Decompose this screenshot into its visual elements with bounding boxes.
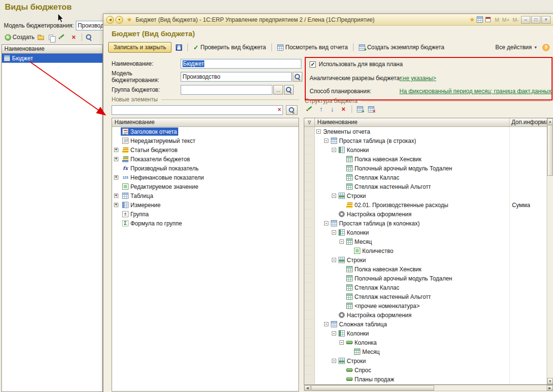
structure-row[interactable]: -Сложная таблица	[304, 320, 553, 329]
structure-row[interactable]: -Элементы отчета	[304, 127, 553, 136]
expand-icon[interactable]: +	[114, 148, 118, 152]
collapse-icon[interactable]: -	[332, 230, 336, 235]
row-selector-cell[interactable]	[304, 292, 315, 301]
collapse-icon[interactable]: -	[332, 148, 336, 152]
row-selector-cell[interactable]	[304, 356, 315, 365]
scroll-up-button[interactable]: ▲	[547, 118, 553, 125]
structure-row[interactable]: -Колонки	[304, 145, 553, 154]
structure-row[interactable]: Месяц	[304, 347, 553, 356]
memory-m-button[interactable]: M	[495, 17, 499, 23]
move-up-button[interactable]: ↑	[316, 104, 326, 114]
save-and-close-button[interactable]: Записать и закрыть	[108, 42, 171, 53]
new-element-row[interactable]: +Нефинансовые показатели	[112, 173, 298, 182]
row-selector-cell[interactable]	[304, 338, 315, 347]
row-selector-cell[interactable]	[304, 283, 315, 292]
row-selector-cell[interactable]	[304, 365, 315, 375]
add-to-structure-button[interactable]	[354, 104, 365, 114]
forward-menu-button[interactable]: ▼	[115, 16, 123, 24]
structure-delete-button[interactable]: ×	[338, 104, 349, 114]
structure-row[interactable]: -Простая таблица (в колонках)	[304, 219, 553, 228]
planning-link[interactable]: На фиксированный период месяц; граница ф…	[399, 88, 553, 95]
group-lookup-button[interactable]	[284, 85, 294, 95]
use-plan-checkbox[interactable]: ✓	[310, 61, 316, 68]
row-selector-cell[interactable]	[304, 310, 315, 320]
filter-icon[interactable]: ∇	[304, 118, 315, 126]
structure-edit-button[interactable]	[305, 104, 315, 114]
row-selector-cell[interactable]	[304, 191, 315, 200]
create-instance-button[interactable]: Создать экземпляр бюджета	[359, 44, 444, 51]
row-selector-cell[interactable]	[304, 301, 315, 310]
group-ellipsis-button[interactable]: ...	[273, 85, 283, 95]
favorite-star-icon[interactable]: ★	[127, 16, 132, 23]
structure-row[interactable]: Стеллаж Каллас	[304, 173, 553, 182]
bg-copy-button[interactable]	[47, 32, 58, 42]
new-element-row[interactable]: Нередактируемый текст	[112, 136, 298, 145]
collapse-icon[interactable]: -	[332, 359, 336, 363]
new-element-row[interactable]: Производный показатель	[112, 164, 298, 173]
titlebar[interactable]: ◀ ▼ ★ Бюджет (Вид бюджета) - 1С:ERP Упра…	[103, 14, 553, 26]
vertical-scroll-thumb[interactable]	[547, 125, 553, 176]
structure-row[interactable]: Настройка оформления	[304, 310, 553, 320]
row-selector-cell[interactable]	[304, 136, 315, 145]
collapse-icon[interactable]: -	[324, 322, 328, 326]
new-element-row[interactable]: Заголовок отчета	[112, 127, 298, 136]
minimize-button[interactable]: –	[521, 16, 530, 24]
bg-search-button[interactable]	[85, 32, 95, 42]
collapse-icon[interactable]: -	[340, 239, 344, 244]
collapse-icon[interactable]: -	[316, 129, 321, 134]
bg-list-item[interactable]: Бюджет	[2, 54, 102, 63]
clear-search-icon[interactable]: ×	[278, 106, 281, 113]
structure-row[interactable]: -Колонки	[304, 228, 553, 237]
row-selector-cell[interactable]	[304, 228, 315, 237]
row-selector-cell[interactable]	[304, 255, 315, 265]
reports-icon[interactable]	[477, 16, 483, 23]
row-selector-cell[interactable]	[304, 173, 315, 182]
structure-row[interactable]: <прочие номенклатура>	[304, 301, 553, 310]
model-lookup-button[interactable]	[293, 72, 302, 82]
name-input[interactable]: Бюджет	[181, 59, 301, 69]
row-selector-cell[interactable]	[304, 274, 315, 283]
row-selector-cell[interactable]	[304, 219, 315, 228]
structure-row[interactable]: -Строки	[304, 255, 553, 265]
add-favorite-icon[interactable]: ★	[469, 16, 475, 23]
scroll-right-button[interactable]: ▶	[547, 385, 553, 391]
all-actions-button[interactable]: Все действия ▼	[496, 44, 538, 51]
row-selector-cell[interactable]	[304, 164, 315, 173]
new-element-row[interactable]: Группа	[112, 210, 298, 219]
back-button[interactable]: ◀	[106, 16, 114, 24]
save-button[interactable]	[174, 42, 185, 52]
structure-row[interactable]: -Колонки	[304, 329, 553, 338]
bg-add-folder-button[interactable]	[37, 32, 47, 42]
collapse-icon[interactable]: -	[340, 340, 344, 345]
collapse-icon[interactable]: -	[324, 221, 328, 225]
horizontal-scrollbar[interactable]: ◀ ▶	[304, 385, 553, 391]
new-element-row[interactable]: +Показатели бюджетов	[112, 154, 298, 164]
expand-icon[interactable]: +	[114, 157, 118, 161]
close-button[interactable]: ×	[541, 16, 551, 24]
bg-edit-button[interactable]	[58, 32, 69, 42]
structure-row[interactable]: -Простая таблица (в строках)	[304, 136, 553, 145]
new-element-row[interactable]: +Таблица	[112, 191, 298, 200]
row-selector-cell[interactable]	[304, 127, 315, 136]
structure-row[interactable]: Полочный арочный модуль Тодален	[304, 274, 553, 283]
scroll-left-button[interactable]: ◀	[304, 385, 311, 391]
structure-row[interactable]: Количество	[304, 246, 553, 255]
expand-icon[interactable]: +	[114, 175, 118, 180]
remove-from-structure-button[interactable]	[366, 104, 376, 114]
new-element-row[interactable]: Редактируемое значение	[112, 182, 298, 191]
maximize-button[interactable]: □	[531, 16, 540, 24]
structure-row[interactable]: -Колонка	[304, 338, 553, 347]
row-selector-cell[interactable]	[304, 182, 315, 191]
row-selector-cell[interactable]	[304, 246, 315, 255]
row-selector-cell[interactable]	[304, 375, 315, 384]
row-selector-cell[interactable]	[304, 265, 315, 274]
memory-mplus-button[interactable]: M+	[502, 17, 510, 23]
collapse-icon[interactable]: -	[324, 139, 328, 143]
collapse-icon[interactable]: -	[332, 258, 336, 262]
row-selector-cell[interactable]	[304, 154, 315, 164]
structure-row[interactable]: Полочный арочный модуль Тодален	[304, 164, 553, 173]
structure-row[interactable]: Стеллаж настенный Альготт	[304, 292, 553, 301]
new-element-row[interactable]: +Статьи бюджетов	[112, 145, 298, 154]
expand-icon[interactable]: +	[114, 203, 118, 207]
help-button[interactable]: ?	[542, 44, 550, 51]
